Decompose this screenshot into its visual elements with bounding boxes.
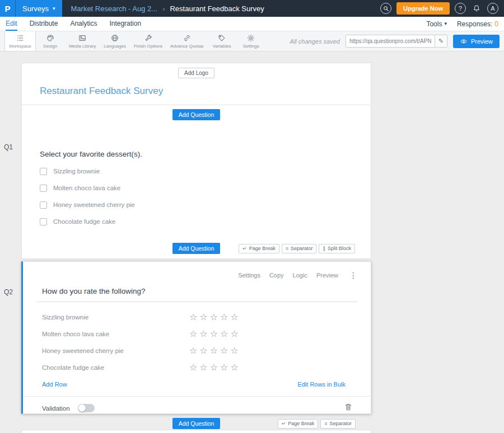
edit-url-button[interactable]: ✎	[435, 35, 447, 47]
questionpro-logo[interactable]: P	[0, 0, 16, 17]
add-question-button[interactable]: Add Question	[172, 243, 221, 254]
star-icon[interactable]	[199, 346, 207, 355]
question-settings-link[interactable]: Settings	[238, 272, 260, 279]
star-icon[interactable]	[189, 363, 197, 372]
star-icon[interactable]	[210, 363, 218, 372]
question-2-text[interactable]: How do you rate the following?	[36, 287, 357, 302]
star-icon[interactable]	[199, 313, 207, 322]
block-structure-buttons: ↵ Page Break ≡ Separator	[278, 419, 356, 429]
star-icon[interactable]	[220, 313, 228, 322]
upgrade-now-button[interactable]: Upgrade Now	[396, 2, 450, 15]
separator-label: Separator	[291, 246, 313, 251]
page-break-button[interactable]: ↵ Page Break	[278, 419, 319, 429]
toolbar-item-media-library[interactable]: Media Library	[65, 31, 100, 51]
surveys-dropdown[interactable]: Surveys ▾	[16, 0, 62, 17]
question-logic-link[interactable]: Logic	[293, 272, 307, 279]
split-block-button[interactable]: ∥ Split Block	[319, 244, 355, 253]
toolbar-item-variables[interactable]: Variables	[207, 31, 236, 51]
checkbox[interactable]	[40, 201, 47, 209]
checkbox-option[interactable]: Sizzling brownie	[40, 167, 353, 175]
toolbar-item-advance-quotas[interactable]: Advance Quotas	[166, 31, 207, 51]
toolbar-item-label: Languages	[104, 44, 126, 49]
star-icon[interactable]	[189, 346, 197, 355]
rating-row-label[interactable]: Molten choco lava cake	[42, 331, 189, 337]
checkbox-option[interactable]: Honey sweetened cherry pie	[40, 201, 353, 209]
responses-indicator[interactable]: Responses: 0	[457, 20, 498, 28]
eye-icon	[460, 39, 468, 44]
page-break-button[interactable]: ↵ Page Break	[239, 244, 279, 253]
add-row-link[interactable]: Add Row	[42, 381, 67, 388]
question-preview-link[interactable]: Preview	[316, 272, 338, 279]
separator-button[interactable]: ≡ Separator	[320, 419, 356, 429]
search-button[interactable]	[380, 3, 391, 14]
tab-analytics[interactable]: Analytics	[70, 17, 97, 31]
question-1[interactable]: Select your favorite dessert(s). Sizzlin…	[22, 124, 371, 225]
star-icon[interactable]	[210, 313, 218, 322]
checkbox-option[interactable]: Molten choco lava cake	[40, 184, 353, 192]
rating-row-label[interactable]: Chocolate fudge cake	[42, 364, 189, 371]
toolbar-item-label: Media Library	[69, 44, 96, 49]
survey-url-input[interactable]	[346, 35, 435, 47]
checkbox-option[interactable]: Chocolate fudge cake	[40, 218, 353, 225]
toolbar-item-workspace[interactable]: Workspace	[4, 31, 36, 51]
preview-button[interactable]: Preview	[453, 35, 500, 48]
star-icon[interactable]	[189, 313, 197, 322]
palette-icon	[46, 34, 54, 42]
validation-toggle[interactable]	[78, 404, 95, 412]
question-copy-link[interactable]: Copy	[269, 272, 284, 279]
responses-count: 0	[494, 20, 498, 28]
add-question-button[interactable]: Add Question	[172, 418, 221, 429]
rating-row: Honey sweetened cherry pie	[42, 342, 357, 359]
delete-question-button[interactable]	[344, 403, 352, 413]
rating-row-label[interactable]: Sizzling brownie	[42, 314, 189, 321]
rating-row: Chocolate fudge cake	[42, 359, 357, 376]
star-icon[interactable]	[189, 330, 197, 338]
survey-url-field: ✎	[346, 35, 447, 48]
star-icon[interactable]	[210, 346, 218, 355]
checkbox[interactable]	[40, 218, 47, 225]
tab-integration[interactable]: Integration	[109, 17, 141, 31]
separator-button[interactable]: ≡ Separator	[282, 244, 317, 253]
tab-distribute[interactable]: Distribute	[30, 17, 58, 31]
user-avatar[interactable]: A	[487, 3, 498, 14]
notifications-button[interactable]	[471, 3, 482, 14]
separator-icon: ≡	[324, 421, 327, 426]
validation-label: Validation	[42, 405, 70, 412]
split-block-label: Split Block	[328, 246, 351, 251]
star-icon[interactable]	[230, 330, 238, 338]
tab-edit[interactable]: Edit	[6, 17, 17, 31]
question-2-card[interactable]: Settings Copy Logic Preview ⋮ How do you…	[21, 261, 371, 414]
star-icon[interactable]	[230, 313, 238, 322]
rating-stars	[189, 346, 239, 355]
trash-icon	[344, 403, 352, 411]
star-icon[interactable]	[199, 363, 207, 372]
add-logo-button[interactable]: Add Logo	[178, 68, 214, 78]
star-icon[interactable]	[199, 330, 207, 338]
toolbar-item-design[interactable]: Design	[36, 31, 65, 51]
star-icon[interactable]	[230, 346, 238, 355]
more-options-icon[interactable]: ⋮	[347, 271, 360, 280]
tools-dropdown[interactable]: Tools ▾	[426, 20, 447, 28]
search-icon	[383, 6, 389, 12]
toolbar-item-settings[interactable]: Settings	[236, 31, 265, 51]
toolbar-item-languages[interactable]: Languages	[100, 31, 130, 51]
star-icon[interactable]	[220, 346, 228, 355]
star-icon[interactable]	[220, 330, 228, 338]
edit-rows-in-bulk-link[interactable]: Edit Rows in Bulk	[297, 381, 346, 388]
split-block-icon: ∥	[323, 246, 325, 251]
topbar-actions: Upgrade Now ? A	[380, 2, 504, 15]
checkbox[interactable]	[40, 168, 47, 175]
question-1-text[interactable]: Select your favorite dessert(s).	[40, 150, 353, 158]
add-question-row-block2: Add Question ↵ Page Break ≡ Separator	[21, 418, 371, 429]
checkbox[interactable]	[40, 185, 47, 192]
survey-title[interactable]: Restaurant Feedback Survey	[40, 86, 371, 97]
survey-editor-canvas: Q1 Q2 Add Logo Restaurant Feedback Surve…	[0, 51, 504, 433]
star-icon[interactable]	[220, 363, 228, 372]
toolbar-item-finish-options[interactable]: Finish Options	[130, 31, 166, 51]
help-button[interactable]: ?	[455, 3, 466, 14]
breadcrumb-folder[interactable]: Market Research - Aug 2...	[71, 4, 158, 13]
add-question-button[interactable]: Add Question	[172, 109, 221, 120]
star-icon[interactable]	[210, 330, 218, 338]
star-icon[interactable]	[230, 363, 238, 372]
rating-row-label[interactable]: Honey sweetened cherry pie	[42, 347, 189, 354]
